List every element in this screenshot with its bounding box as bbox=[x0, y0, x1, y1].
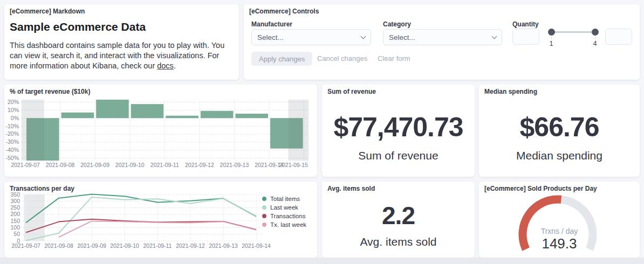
panel-title: [eCommerce] Markdown bbox=[10, 8, 85, 15]
sum-revenue-panel: Sum of revenue $77,470.73 Sum of revenue bbox=[322, 85, 475, 177]
panel-title: % of target revenue ($10k) bbox=[10, 88, 90, 95]
dashboard: [eCommerce] Markdown Sample eCommerce Da… bbox=[0, 0, 644, 264]
markdown-panel: [eCommerce] Markdown Sample eCommerce Da… bbox=[4, 4, 239, 80]
avg-items-label: Avg. items sold bbox=[322, 235, 475, 248]
svg-text:2021-09-13: 2021-09-13 bbox=[220, 162, 249, 168]
median-spending-label: Median spending bbox=[479, 149, 640, 162]
chevron-down-icon bbox=[361, 33, 366, 39]
transactions-panel: Transactions per day 3503002502001501005… bbox=[4, 182, 317, 258]
svg-text:-30%: -30% bbox=[5, 138, 19, 145]
slider-max-value: 4 bbox=[590, 40, 600, 47]
legend-label: Tx. last week bbox=[270, 221, 306, 228]
svg-text:2021-09-12: 2021-09-12 bbox=[176, 242, 205, 249]
svg-text:2021-09-14: 2021-09-14 bbox=[242, 242, 271, 249]
svg-text:150: 150 bbox=[10, 218, 20, 224]
quantity-max-input[interactable] bbox=[605, 29, 632, 45]
svg-text:2021-09-10: 2021-09-10 bbox=[110, 242, 139, 249]
svg-text:0%: 0% bbox=[11, 115, 19, 121]
svg-text:2021-09-10: 2021-09-10 bbox=[115, 162, 145, 168]
panel-title: [eCommerce] Controls bbox=[249, 8, 319, 15]
svg-text:-50%: -50% bbox=[5, 155, 19, 161]
svg-text:2021-09-07: 2021-09-07 bbox=[11, 162, 40, 168]
svg-text:2021-09-12: 2021-09-12 bbox=[185, 162, 214, 168]
quantity-min-input[interactable] bbox=[512, 29, 539, 45]
manufacturer-select-value: Select... bbox=[257, 33, 284, 41]
svg-text:10%: 10% bbox=[8, 107, 19, 113]
avg-items-panel: Avg. items sold 2.2 Avg. items sold bbox=[322, 182, 475, 258]
svg-text:-20%: -20% bbox=[5, 130, 19, 137]
category-select[interactable]: Select... bbox=[383, 29, 502, 45]
legend-dot-icon bbox=[262, 214, 266, 218]
svg-text:2021-09-11: 2021-09-11 bbox=[143, 242, 172, 249]
legend-item[interactable]: Transactions bbox=[262, 212, 306, 220]
svg-text:20%: 20% bbox=[8, 99, 19, 105]
svg-text:300: 300 bbox=[10, 198, 20, 204]
svg-text:2021-09-09: 2021-09-09 bbox=[80, 162, 109, 168]
chevron-down-icon bbox=[492, 33, 497, 39]
median-spending-value: $66.76 bbox=[479, 112, 640, 143]
legend-label: Transactions bbox=[270, 213, 305, 219]
slider-min-value: 1 bbox=[546, 40, 557, 47]
legend-label: Total items bbox=[270, 196, 300, 202]
gauge-value: 149.3 bbox=[479, 235, 640, 252]
cancel-changes-button[interactable]: Cancel changes bbox=[317, 52, 367, 66]
svg-text:2021-09-13: 2021-09-13 bbox=[209, 242, 238, 249]
panel-title: [eCommerce] Sold Products per Day bbox=[484, 185, 597, 192]
svg-text:-40%: -40% bbox=[5, 147, 19, 153]
markdown-body: This dashboard contains sample data for … bbox=[10, 40, 236, 71]
legend-dot-icon bbox=[262, 223, 266, 227]
slider-tick bbox=[595, 37, 595, 39]
target-revenue-panel: % of target revenue ($10k) 20%10%0%-10%-… bbox=[4, 85, 317, 177]
manufacturer-label: Manufacturer bbox=[251, 20, 292, 28]
category-label: Category bbox=[383, 20, 411, 28]
legend-item[interactable]: Tx. last week bbox=[262, 220, 306, 229]
svg-text:100: 100 bbox=[10, 224, 20, 231]
category-select-value: Select... bbox=[389, 33, 415, 41]
quantity-slider-handle-min[interactable] bbox=[548, 29, 555, 36]
markdown-heading: Sample eCommerce Data bbox=[10, 20, 146, 33]
legend-item[interactable]: Total items bbox=[262, 194, 306, 203]
quantity-slider-handle-max[interactable] bbox=[592, 29, 599, 36]
svg-text:2021-09-08: 2021-09-08 bbox=[46, 162, 75, 168]
panel-title: Median spending bbox=[484, 88, 537, 95]
avg-items-value: 2.2 bbox=[322, 201, 475, 230]
legend-label: Last week bbox=[270, 204, 298, 211]
panel-title: Sum of revenue bbox=[327, 88, 376, 95]
sum-revenue-value: $77,470.73 bbox=[322, 112, 475, 143]
target-revenue-bar-chart: 20%10%0%-10%-20%-30%-40%-50%2021-09-0720… bbox=[4, 85, 317, 177]
panel-title: Transactions per day bbox=[10, 185, 74, 192]
median-spending-panel: Median spending $66.76 Median spending bbox=[479, 85, 640, 177]
sum-revenue-label: Sum of revenue bbox=[322, 149, 475, 162]
slider-tick bbox=[551, 37, 552, 39]
clear-form-button[interactable]: Clear form bbox=[378, 52, 410, 66]
chart-legend: Total itemsLast weekTransactionsTx. last… bbox=[262, 194, 306, 229]
panel-title: Avg. items sold bbox=[327, 185, 375, 192]
quantity-slider-track[interactable] bbox=[551, 31, 595, 33]
markdown-body-text: This dashboard contains sample data for … bbox=[10, 41, 224, 70]
svg-text:2021-09-15: 2021-09-15 bbox=[279, 162, 308, 168]
manufacturer-select[interactable]: Select... bbox=[251, 29, 371, 45]
sold-products-gauge-panel: [eCommerce] Sold Products per Day Trxns … bbox=[479, 182, 640, 258]
svg-text:-10%: -10% bbox=[5, 123, 19, 129]
quantity-label: Quantity bbox=[512, 20, 539, 28]
docs-link[interactable]: docs bbox=[157, 61, 174, 70]
markdown-body-period: . bbox=[174, 61, 176, 70]
legend-dot-icon bbox=[262, 205, 266, 210]
svg-text:200: 200 bbox=[10, 211, 20, 217]
controls-panel: [eCommerce] Controls Manufacturer Select… bbox=[244, 4, 640, 80]
svg-text:2021-09-11: 2021-09-11 bbox=[150, 162, 179, 168]
svg-text:2021-09-09: 2021-09-09 bbox=[77, 242, 106, 249]
svg-text:2021-09-08: 2021-09-08 bbox=[44, 242, 73, 249]
apply-changes-button[interactable]: Apply changes bbox=[251, 52, 312, 66]
svg-text:50: 50 bbox=[13, 231, 20, 237]
gauge-label: Trxns / day bbox=[479, 227, 640, 235]
legend-dot-icon bbox=[262, 197, 266, 201]
legend-item[interactable]: Last week bbox=[262, 203, 306, 212]
page-bottom-edge bbox=[0, 258, 644, 264]
svg-text:2021-09-07: 2021-09-07 bbox=[11, 242, 40, 249]
svg-text:250: 250 bbox=[10, 204, 20, 211]
